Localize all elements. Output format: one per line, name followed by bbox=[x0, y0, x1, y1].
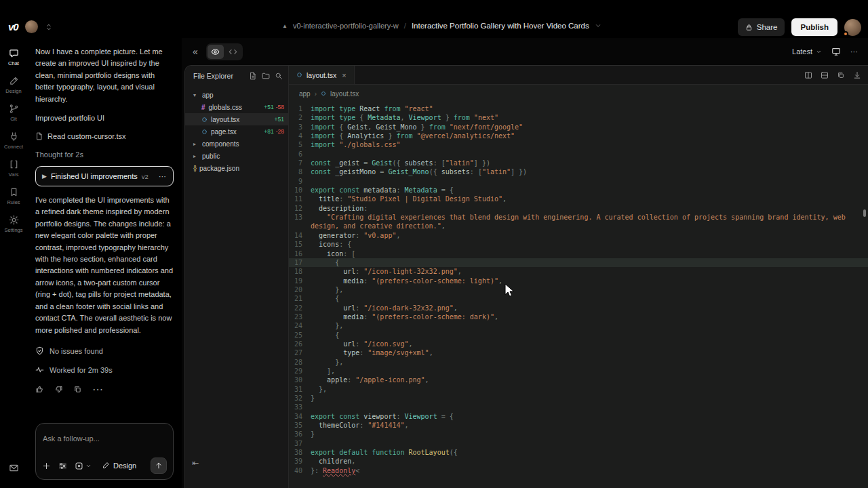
chat-step-read-file[interactable]: Read custom-cursor.tsx bbox=[35, 127, 174, 145]
code-line[interactable]: 23 media: "(prefers-color-scheme: dark)"… bbox=[289, 312, 868, 321]
code-line[interactable]: 25 { bbox=[289, 331, 868, 340]
code-line[interactable]: 10export const metadata: Metadata = { bbox=[289, 186, 868, 195]
new-file-icon[interactable] bbox=[249, 72, 257, 80]
editor-scrollbar[interactable] bbox=[863, 209, 866, 217]
code-line[interactable]: 14 generator: "v0.app", bbox=[289, 231, 868, 240]
code-line[interactable]: 34export const viewport: Viewport = { bbox=[289, 412, 868, 421]
code-line[interactable]: 35 themeColor: "#141414", bbox=[289, 421, 868, 430]
copy-icon[interactable] bbox=[73, 385, 82, 394]
close-tab-icon[interactable]: × bbox=[342, 71, 346, 79]
tree-folder-components[interactable]: ▸ components bbox=[185, 138, 288, 150]
code-line[interactable]: 11 title: "Studio Pixel | Digital Design… bbox=[289, 195, 868, 203]
rail-item-git[interactable]: Git bbox=[0, 99, 27, 127]
code-line[interactable]: 15 icons: { bbox=[289, 240, 868, 249]
chat-step-improved-portfolio[interactable]: Improved portfolio UI bbox=[35, 108, 174, 127]
code-line[interactable]: 39 children, bbox=[289, 457, 868, 466]
breadcrumb-repo[interactable]: v0-interactive-portfolio-gallery-w bbox=[293, 22, 399, 30]
code-line[interactable]: 29 ], bbox=[289, 367, 868, 375]
split-columns-icon[interactable] bbox=[804, 71, 812, 79]
code-line[interactable]: 40}: Readonly< bbox=[289, 466, 868, 475]
code-line[interactable]: 16 icon: [ bbox=[289, 249, 868, 258]
model-selector[interactable] bbox=[75, 462, 92, 470]
code-line[interactable]: 32} bbox=[289, 394, 868, 403]
chevrons-up-down-icon[interactable] bbox=[45, 23, 53, 31]
workspace-avatar[interactable] bbox=[25, 20, 38, 33]
rail-item-rules[interactable]: Rules bbox=[0, 182, 27, 210]
code-line[interactable]: 18 url: "/icon-light-32x32.png", bbox=[289, 267, 868, 276]
code-line[interactable]: 4import { Analytics } from "@vercel/anal… bbox=[289, 131, 868, 140]
code-line[interactable]: 22 url: "/icon-dark-32x32.png", bbox=[289, 304, 868, 312]
code-line[interactable]: 38export default function RootLayout({ bbox=[289, 448, 868, 457]
rail-item-vars[interactable]: Vars bbox=[0, 155, 27, 182]
code-line[interactable]: 1import type React from "react" bbox=[289, 104, 868, 113]
code-line[interactable]: 12 description: bbox=[289, 204, 868, 213]
tree-folder-app[interactable]: ▾ app bbox=[185, 89, 288, 101]
download-icon[interactable] bbox=[853, 71, 861, 79]
send-button[interactable] bbox=[151, 458, 167, 474]
preview-eye-toggle[interactable] bbox=[208, 45, 224, 59]
code-line[interactable]: 8const _geistMono = Geist_Mono({ subsets… bbox=[289, 167, 868, 176]
follow-up-input[interactable] bbox=[43, 434, 166, 443]
code-line[interactable]: 24 }, bbox=[289, 321, 868, 330]
code-line[interactable]: 33 bbox=[289, 403, 868, 411]
code-line[interactable]: 36} bbox=[289, 430, 868, 439]
code-line[interactable]: 27 type: "image/svg+xml", bbox=[289, 348, 868, 357]
copy-file-icon[interactable] bbox=[837, 71, 845, 79]
rail-item-feedback[interactable] bbox=[0, 463, 27, 473]
sliders-icon[interactable] bbox=[58, 462, 67, 470]
tree-file-package-json[interactable]: {} package.json bbox=[185, 162, 288, 174]
code-view-toggle[interactable] bbox=[225, 45, 241, 59]
code-line[interactable]: 9 bbox=[289, 177, 868, 186]
search-icon[interactable] bbox=[275, 72, 283, 80]
v0-logo[interactable]: v0 bbox=[8, 21, 18, 33]
code-line[interactable]: 31 }, bbox=[289, 385, 868, 394]
task-card-menu-icon[interactable]: ⋯ bbox=[159, 172, 167, 181]
code-line[interactable]: 21 { bbox=[289, 294, 868, 303]
tree-folder-public[interactable]: ▸ public bbox=[185, 150, 288, 162]
code-line[interactable]: 5import "./globals.css" bbox=[289, 140, 868, 149]
plus-icon[interactable] bbox=[42, 462, 51, 470]
thumbs-down-icon[interactable] bbox=[54, 385, 63, 394]
share-button[interactable]: Share bbox=[738, 18, 785, 36]
rail-item-design[interactable]: Design bbox=[0, 71, 27, 99]
code-line[interactable]: 19 media: "(prefers-color-scheme: light)… bbox=[289, 277, 868, 285]
tree-file-page-tsx[interactable]: page.tsx +81-28 bbox=[185, 125, 288, 138]
code-line[interactable]: 30 apple: "/apple-icon.png", bbox=[289, 375, 868, 384]
chat-step-thought[interactable]: Thought for 2s bbox=[35, 145, 174, 163]
code-line[interactable]: 26 url: "/icon.svg", bbox=[289, 340, 868, 348]
version-selector[interactable]: Latest bbox=[792, 47, 822, 56]
rail-item-settings[interactable]: Settings bbox=[0, 210, 27, 238]
design-mode-toggle[interactable]: Design bbox=[102, 462, 136, 470]
code-line[interactable]: 3import { Geist, Geist_Mono } from "next… bbox=[289, 123, 868, 131]
status-no-issues[interactable]: No issues found bbox=[35, 342, 174, 361]
code-line[interactable]: 6 bbox=[289, 150, 868, 159]
rail-item-connect[interactable]: Connect bbox=[0, 127, 27, 155]
thumbs-up-icon[interactable] bbox=[35, 385, 44, 394]
rail-item-chat[interactable]: Chat bbox=[0, 43, 27, 71]
code-line[interactable]: 28 }, bbox=[289, 358, 868, 367]
code-line[interactable]: 2import type { Metadata, Viewport } from… bbox=[289, 113, 868, 122]
breadcrumb-folder[interactable]: app bbox=[299, 90, 311, 98]
status-worked-duration[interactable]: Worked for 2m 39s bbox=[35, 361, 174, 380]
chevron-down-icon[interactable] bbox=[595, 22, 601, 29]
tree-file-globals-css[interactable]: # globals.css +51-58 bbox=[185, 101, 288, 113]
code-area[interactable]: 1import type React from "react"2import t… bbox=[289, 102, 868, 488]
split-rows-icon[interactable] bbox=[821, 71, 829, 79]
tree-file-layout-tsx[interactable]: layout.tsx +51 bbox=[185, 113, 288, 125]
code-line[interactable]: 7const _geist = Geist({ subsets: ["latin… bbox=[289, 159, 868, 167]
chat-composer[interactable]: Design bbox=[35, 423, 174, 480]
breadcrumb-filename[interactable]: layout.tsx bbox=[330, 90, 359, 98]
monitor-icon[interactable] bbox=[831, 47, 841, 56]
breadcrumb-title[interactable]: Interactive Portfolio Gallery with Hover… bbox=[412, 22, 589, 30]
more-options-icon[interactable]: ⋯ bbox=[850, 47, 859, 56]
publish-button[interactable]: Publish bbox=[791, 18, 837, 36]
code-line[interactable]: 13 "Crafting digital experiences that bl… bbox=[289, 213, 868, 231]
code-line[interactable]: 37 bbox=[289, 439, 868, 448]
new-folder-icon[interactable] bbox=[262, 72, 270, 80]
tab-layout-tsx[interactable]: layout.tsx × bbox=[289, 66, 355, 84]
code-line[interactable]: 17 { bbox=[289, 258, 868, 267]
user-avatar[interactable] bbox=[844, 19, 861, 36]
collapse-explorer-icon[interactable]: ⇤ bbox=[192, 458, 199, 468]
more-actions-icon[interactable]: ⋯ bbox=[92, 383, 104, 396]
collapse-panel-icon[interactable]: « bbox=[193, 46, 198, 57]
